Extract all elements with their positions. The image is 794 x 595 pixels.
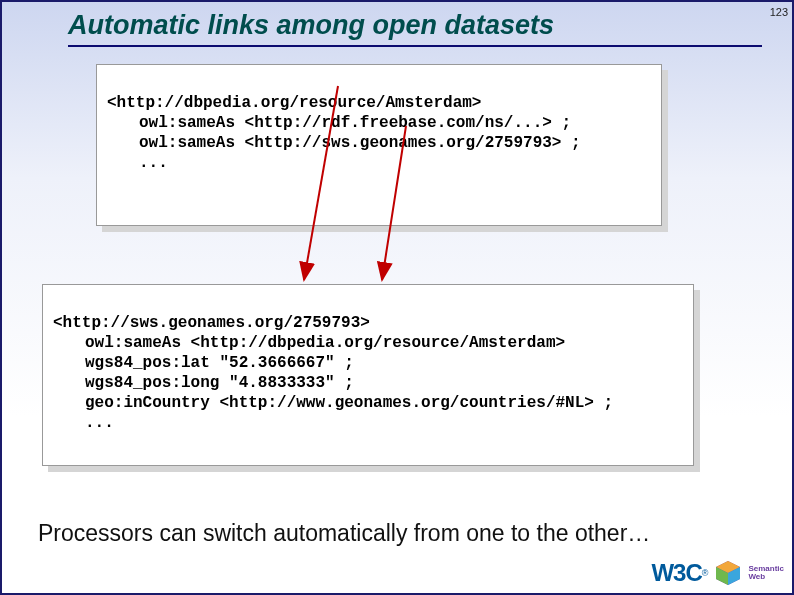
slide-number: 123 xyxy=(770,6,788,18)
code2-line4: wgs84_pos:long "4.8833333" ; xyxy=(53,373,683,393)
code2-line2: owl:sameAs <http://dbpedia.org/resource/… xyxy=(53,333,683,353)
w3c-logo-text: W3C xyxy=(651,559,701,587)
code-block-1: <http://dbpedia.org/resource/Amsterdam> … xyxy=(96,64,662,226)
w3c-logo: W3C® xyxy=(651,559,708,587)
code1-line4: ... xyxy=(107,153,651,173)
code2-line6: ... xyxy=(53,413,683,433)
code2-line3: wgs84_pos:lat "52.3666667" ; xyxy=(53,353,683,373)
code1-line2: owl:sameAs <http://rdf.freebase.com/ns/.… xyxy=(107,113,651,133)
semantic-web-text-2: Web xyxy=(748,573,784,581)
semantic-web-logo-text: Semantic Web xyxy=(748,565,784,581)
code2-line1: <http://sws.geonames.org/2759793> xyxy=(53,314,370,332)
code1-line3: owl:sameAs <http://sws.geonames.org/2759… xyxy=(107,133,651,153)
code2-line5: geo:inCountry <http://www.geonames.org/c… xyxy=(53,393,683,413)
page-title: Automatic links among open datasets xyxy=(68,10,762,47)
code1-line1: <http://dbpedia.org/resource/Amsterdam> xyxy=(107,94,481,112)
caption-text: Processors can switch automatically from… xyxy=(38,520,650,547)
semantic-web-logo-icon xyxy=(714,559,742,587)
w3c-trademark: ® xyxy=(702,568,709,578)
code-block-2: <http://sws.geonames.org/2759793> owl:sa… xyxy=(42,284,694,466)
footer-logos: W3C® Semantic Web xyxy=(651,559,784,587)
